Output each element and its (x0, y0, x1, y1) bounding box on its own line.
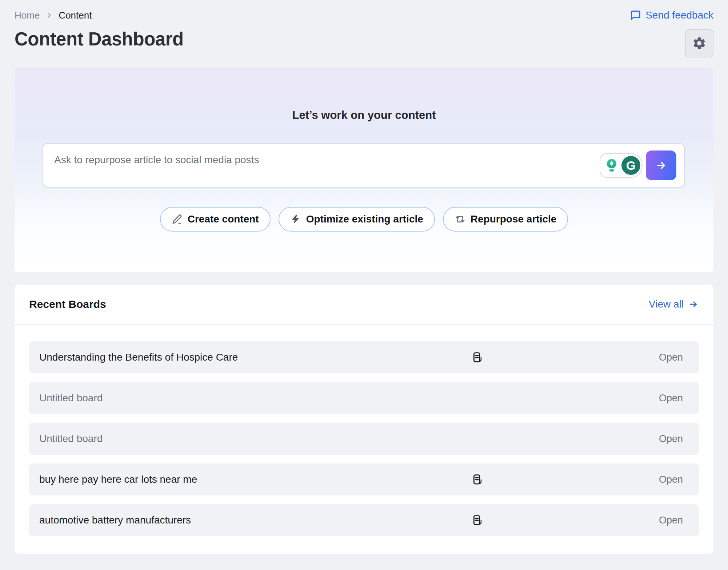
board-row[interactable]: Untitled board Open (29, 382, 699, 414)
repurpose-icon (455, 214, 465, 225)
send-feedback-label: Send feedback (645, 9, 713, 21)
content-dashboard-page: Home Content Send feedback Content Dashb… (0, 0, 728, 570)
settings-button[interactable] (685, 29, 713, 57)
recent-boards-title: Recent Boards (29, 298, 106, 310)
board-row[interactable]: Untitled board Open (29, 423, 699, 455)
open-label[interactable]: Open (659, 352, 683, 363)
recent-boards-card: Recent Boards View all Understanding the… (15, 285, 713, 554)
submit-arrow-button[interactable] (646, 150, 676, 180)
view-all-link[interactable]: View all (649, 298, 699, 310)
open-label[interactable]: Open (659, 515, 683, 526)
board-title: automotive battery manufacturers (39, 514, 191, 526)
page-title: Content Dashboard (15, 28, 184, 50)
hero-card: Let’s work on your content G (15, 68, 713, 272)
open-label[interactable]: Open (659, 393, 683, 404)
optimize-article-button[interactable]: Optimize existing article (279, 207, 435, 232)
open-label[interactable]: Open (659, 433, 683, 445)
document-icon (471, 514, 484, 526)
document-icon (471, 473, 484, 486)
board-title: Understanding the Benefits of Hospice Ca… (39, 352, 238, 363)
view-all-label: View all (649, 298, 684, 310)
chevron-right-icon (45, 12, 53, 19)
quick-actions: Create content Optimize existing article… (15, 207, 713, 232)
top-bar: Home Content Send feedback (15, 8, 713, 23)
prompt-input-container: G (43, 143, 685, 188)
repurpose-article-button[interactable]: Repurpose article (443, 207, 568, 232)
title-row: Content Dashboard (15, 26, 713, 60)
grammarly-icon: G (621, 156, 640, 175)
hero-heading: Let’s work on your content (15, 109, 713, 122)
lightning-icon (290, 214, 301, 225)
board-row[interactable]: buy here pay here car lots near me Open (29, 463, 699, 495)
breadcrumb: Home Content (15, 10, 92, 21)
pencil-icon (172, 214, 183, 225)
board-title: buy here pay here car lots near me (39, 474, 197, 485)
board-title: Untitled board (39, 392, 103, 404)
recent-boards-header: Recent Boards View all (15, 285, 713, 325)
arrow-right-icon (688, 299, 699, 310)
board-row[interactable]: Understanding the Benefits of Hospice Ca… (29, 341, 699, 373)
prompt-input[interactable] (43, 143, 685, 188)
create-content-button[interactable]: Create content (160, 207, 271, 232)
breadcrumb-current: Content (59, 10, 92, 21)
breadcrumb-home[interactable]: Home (15, 10, 40, 21)
board-row[interactable]: automotive battery manufacturers Open (29, 504, 699, 536)
board-list: Understanding the Benefits of Hospice Ca… (15, 325, 713, 536)
create-content-label: Create content (188, 213, 259, 225)
assistant-icons-pill[interactable]: G (600, 153, 643, 178)
feedback-bubble-icon (630, 10, 641, 21)
open-label[interactable]: Open (659, 474, 683, 485)
document-icon (471, 351, 484, 364)
repurpose-article-label: Repurpose article (471, 213, 557, 225)
lightbulb-sparkle-icon (603, 157, 620, 174)
optimize-article-label: Optimize existing article (306, 213, 423, 225)
gear-icon (692, 36, 707, 51)
arrow-right-icon (655, 159, 668, 172)
send-feedback-link[interactable]: Send feedback (630, 9, 713, 21)
board-title: Untitled board (39, 433, 103, 445)
